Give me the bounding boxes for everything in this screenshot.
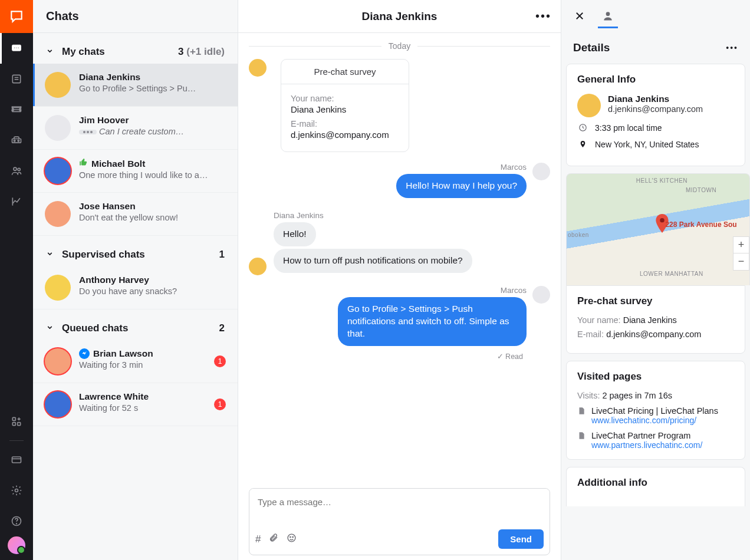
location-icon [577,140,588,150]
page-link[interactable]: www.livechatinc.com/pricing/ [591,416,718,425]
group-count: 1 [219,249,225,261]
nav-rail [0,0,33,560]
svg-point-19 [17,523,17,524]
survey-card: Pre-chat survey Your name: Diana Jenkins… [281,59,409,152]
chat-item-preview: Go to Profile > Settings > Pu… [79,84,226,93]
chat-item-name: Jose Hansen [79,201,136,212]
zoom-in-button[interactable]: + [733,237,749,253]
chevron-down-icon [46,249,54,261]
chat-list-panel: Chats My chats3 (+1 idle)Diana JenkinsGo… [33,0,238,560]
nav-traffic[interactable] [0,125,33,156]
message-row: Diana Jenkins Hello! How to turn off pus… [249,211,550,275]
svg-point-11 [18,168,20,170]
group-count: 3 (+1 idle) [178,46,225,58]
nav-archives[interactable] [0,64,33,94]
tab-customer[interactable] [598,5,618,28]
prechat-survey-message: Pre-chat survey Your name: Diana Jenkins… [249,59,550,152]
svg-point-10 [14,167,17,170]
page-link[interactable]: www.partners.livechatinc.com/ [591,440,702,450]
chat-item-name: Michael Bolt [91,159,145,169]
svg-point-1 [14,47,15,48]
day-separator: Today [249,41,550,51]
attachment-icon[interactable] [269,533,278,545]
nav-settings[interactable] [0,475,33,506]
chat-item-name: Lawrence White [79,391,149,402]
typing-indicator [79,130,97,134]
nav-team[interactable] [0,156,33,186]
emoji-icon[interactable] [287,533,297,546]
chat-avatar [45,275,71,301]
chat-item[interactable]: Michael BoltOne more thing I would like … [33,150,238,193]
group-header-supervised[interactable]: Supervised chats1 [33,236,238,266]
customer-avatar [249,59,267,77]
details-panel: Details ••• General Info Diana Jenkins d… [561,0,750,560]
chat-item-preview: Don't eat the yellow snow! [79,213,226,222]
chevron-down-icon [46,322,54,334]
current-user-avatar[interactable] [8,536,25,554]
agent-message: Hello! How may I help you? [396,174,527,198]
nav-tickets[interactable] [0,94,33,125]
page-icon [577,431,585,450]
thumbs-up-icon [79,158,88,169]
message-row: Marcos Go to Profile > Settings > Push n… [249,286,550,348]
customer-avatar [577,94,601,117]
svg-rect-14 [18,423,21,426]
customer-avatar [249,258,267,275]
chat-avatar [45,391,71,417]
zoom-out-button[interactable]: − [733,253,749,270]
prechat-card: Pre-chat survey Your name: Diana Jenkins… [566,285,745,354]
svg-rect-13 [12,423,15,426]
message-input[interactable] [249,489,550,524]
group-header-my[interactable]: My chats3 (+1 idle) [33,33,238,64]
visited-pages-card: Visited pages Visits: 2 pages in 7m 16s … [566,361,745,460]
hash-icon[interactable]: # [255,533,261,545]
chat-item-preview: One more thing I would like to a… [79,170,226,180]
chat-avatar [45,72,71,98]
customer-message: How to turn off push notifications on mo… [274,249,472,273]
chat-avatar [45,115,71,141]
group-label: My chats [62,46,105,58]
nav-chats[interactable] [0,33,33,64]
close-details-button[interactable] [570,5,590,28]
conversation-panel: Diana Jenkins ••• Today Pre-chat survey … [238,0,561,560]
send-button[interactable]: Send [498,529,544,549]
chat-item-name: Brian Lawson [93,348,153,359]
message-composer: # Send [249,488,550,555]
chat-item-name: Anthony Harvey [79,275,149,285]
conversation-more-icon[interactable]: ••• [535,9,551,23]
svg-point-25 [660,218,664,222]
chat-item[interactable]: Jim HooverCan I create custom… [33,107,238,150]
nav-apps[interactable] [0,406,33,437]
nav-help[interactable] [0,506,33,536]
conversation-title: Diana Jenkins [362,10,438,23]
messenger-icon [79,348,90,359]
additional-info-card: Additional info [566,467,745,506]
chat-item[interactable]: Brian LawsonWaiting for 3 min1 [33,340,238,383]
chat-item[interactable]: Lawrence WhiteWaiting for 52 s1 [33,383,238,426]
chat-item-preview: Waiting for 3 min [79,360,209,370]
chat-item-preview: Do you have any snacks? [79,286,226,296]
chat-item-name: Diana Jenkins [79,72,140,83]
svg-point-9 [18,140,19,142]
chat-item[interactable]: Diana JenkinsGo to Profile > Settings > … [33,64,238,107]
chat-item[interactable]: Jose HansenDon't eat the yellow snow! [33,193,238,236]
svg-point-8 [14,140,15,142]
group-header-queued[interactable]: Queued chats2 [33,309,238,340]
svg-point-3 [18,47,19,48]
nav-reports[interactable] [0,186,33,217]
svg-point-20 [288,534,296,542]
group-count: 2 [219,322,225,334]
conversation-header: Diana Jenkins ••• [238,0,561,33]
svg-point-21 [290,536,291,537]
message-row: Marcos Hello! How may I help you? [249,163,550,200]
chat-avatar [45,348,71,374]
details-more-icon[interactable]: ••• [726,43,738,52]
location-map[interactable]: HELL'S KITCHEN MIDTOWN LOWER MANHATTAN o… [566,173,750,285]
map-zoom: + − [733,236,749,271]
chat-item[interactable]: Anthony HarveyDo you have any snacks? [33,266,238,309]
details-title: Details [573,41,726,54]
chat-list-title: Chats [33,0,238,33]
app-logo[interactable] [0,0,33,33]
nav-billing[interactable] [0,444,33,475]
unread-badge: 1 [214,355,226,367]
